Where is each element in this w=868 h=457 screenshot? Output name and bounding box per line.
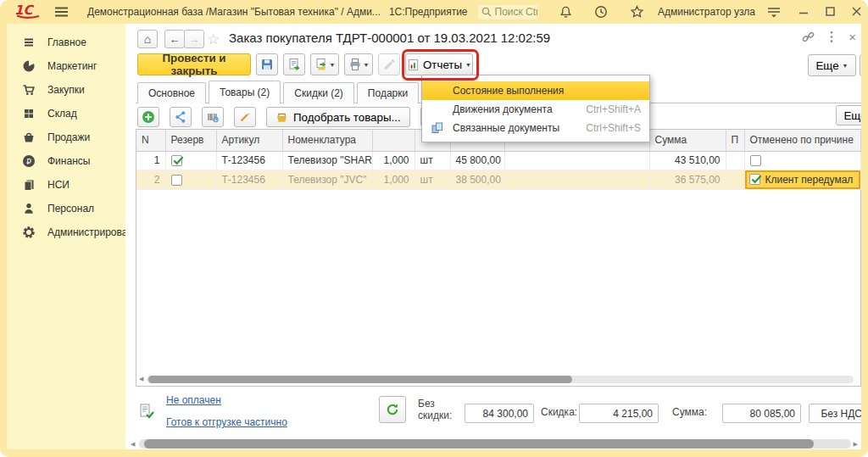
post-and-close-button[interactable]: Провести и закрыть (137, 53, 251, 75)
history-icon[interactable] (594, 5, 608, 19)
col-name[interactable]: Номенклатура (282, 130, 372, 151)
print-button[interactable]: ▼ (344, 53, 373, 75)
menu-item-document-movements[interactable]: Движения документа Ctrl+Shift+A (422, 100, 649, 119)
sidebar-item-purchases[interactable]: Закупки (7, 78, 125, 102)
cell-p[interactable] (726, 170, 744, 189)
sidebar-item-warehouse[interactable]: Склад (7, 102, 125, 125)
col-article[interactable]: Артикул (216, 130, 282, 151)
home-button[interactable]: ⌂ (137, 30, 158, 48)
cell-price[interactable]: 45 800,00 (450, 151, 504, 170)
discount-value[interactable]: 4 215,00 (579, 404, 659, 423)
cell-article[interactable]: Т-123456 (216, 151, 282, 170)
col-p[interactable]: П (726, 130, 744, 151)
minimize-button[interactable] (799, 7, 809, 17)
edit-button[interactable] (378, 53, 400, 75)
cancel-checkbox-unchecked[interactable] (750, 155, 761, 166)
forward-button[interactable]: → (184, 30, 204, 48)
global-search-input[interactable]: Поиск Ctrl+Shift+F (478, 5, 538, 20)
cell-cancel-reason[interactable] (744, 151, 860, 170)
sidebar-item-sales[interactable]: Продажи (7, 125, 125, 149)
magic-fill-button[interactable] (234, 107, 256, 127)
post-document-button[interactable] (283, 53, 305, 75)
hscroll-left-arrow-icon[interactable]: ◀ (139, 376, 143, 382)
gear-icon (22, 226, 36, 239)
cell-sum[interactable]: 43 510,00 (649, 151, 726, 170)
tab-main[interactable]: Основное (137, 82, 206, 103)
save-button[interactable] (256, 53, 278, 75)
reserve-checkbox-checked[interactable] (171, 155, 182, 166)
table-more-button[interactable]: Еще (836, 105, 861, 125)
more-dots-icon[interactable] (830, 31, 833, 43)
barcode-scan-button[interactable] (202, 107, 224, 127)
cell-cancel-reason-selected[interactable]: Клиент передумал (744, 170, 860, 189)
back-button[interactable]: ← (164, 30, 185, 48)
clipped-edge-button[interactable] (860, 54, 861, 76)
vat-value[interactable]: Без НДС (809, 404, 861, 423)
maximize-button[interactable] (826, 7, 835, 18)
table-horizontal-scrollbar[interactable] (147, 376, 854, 383)
cell-price[interactable]: 38 500,00 (450, 170, 504, 189)
sum-value[interactable]: 80 085,00 (722, 404, 801, 423)
cell-p[interactable] (726, 151, 744, 170)
payment-status-link[interactable]: Не оплачен (166, 394, 221, 406)
cell-sum[interactable]: 36 575,00 (649, 170, 726, 189)
favorites-star-icon[interactable] (630, 5, 644, 19)
scrollbar-thumb[interactable] (148, 376, 572, 383)
notifications-bell-icon[interactable] (559, 5, 572, 19)
menu-item-linked-documents[interactable]: Связанные документы Ctrl+Shift+S (422, 119, 649, 137)
sidebar-item-administration[interactable]: Администрирование (7, 220, 125, 244)
user-settings-icon[interactable] (767, 6, 781, 18)
main-menu-burger-icon[interactable] (54, 6, 69, 18)
get-link-icon[interactable] (802, 31, 815, 43)
shipping-status-link[interactable]: Готов к отгрузке частично (166, 416, 287, 428)
cancel-checkbox-checked[interactable] (749, 174, 760, 185)
col-cancel-reason[interactable]: Отменено по причине (744, 130, 860, 151)
current-user[interactable]: Администратор узла (658, 6, 755, 18)
col-qty[interactable] (372, 130, 415, 151)
form-horizontal-scrollbar[interactable] (139, 439, 851, 449)
col-reserve[interactable]: Резерв (165, 130, 216, 151)
cell-qty[interactable]: 1,000 (372, 151, 415, 170)
add-row-button[interactable] (137, 107, 159, 127)
col-sum[interactable]: Сумма (649, 130, 726, 151)
tab-goods[interactable]: Товары (2) (209, 81, 281, 103)
form-more-button[interactable]: Еще ▼ (808, 54, 856, 76)
cell-name[interactable]: Телевизор "JVC" (282, 170, 372, 189)
favorite-star-icon[interactable]: ☆ (207, 31, 220, 48)
sidebar-item-personnel[interactable]: Персонал (7, 197, 125, 220)
cell-reserve[interactable] (165, 170, 216, 189)
sidebar-item-marketing[interactable]: Маркетинг (7, 54, 125, 78)
cell-reserve[interactable] (165, 151, 216, 170)
cell-name[interactable]: Телевизор "SHARP" (282, 151, 372, 170)
document-title-row: ⌂ ← → ☆ Заказ покупателя ТДРТ-000001 от … (125, 28, 861, 52)
menu-item-execution-state[interactable]: Состояние выполнения (422, 81, 649, 100)
without-discount-value[interactable]: 84 300,00 (465, 404, 534, 423)
reports-button[interactable]: Отчеты ▼ (405, 53, 473, 75)
reserve-checkbox-unchecked[interactable] (171, 175, 182, 186)
cell-unit[interactable]: шт (415, 151, 450, 170)
tab-discounts[interactable]: Скидки (2) (283, 82, 354, 103)
fill-linked-button[interactable] (170, 107, 192, 127)
pick-goods-button[interactable]: Подобрать товары... (266, 107, 410, 127)
books-icon (22, 178, 36, 192)
add-plus-icon (142, 110, 155, 124)
col-n[interactable]: N (136, 130, 165, 151)
sidebar-item-finance[interactable]: ₽ Финансы (7, 149, 125, 173)
table-row[interactable]: 1 Т-123456 Телевизор "SHARP" 1,000 шт 45… (136, 151, 860, 170)
tab-gifts[interactable]: Подарки (357, 82, 419, 103)
refresh-totals-button[interactable] (379, 396, 406, 423)
window-controls (799, 7, 861, 18)
cell-qty[interactable]: 1,000 (372, 170, 415, 189)
sidebar-item-main[interactable]: Главное (7, 31, 125, 54)
cell-unit[interactable]: шт (415, 170, 450, 189)
scrollbar-thumb[interactable] (144, 439, 814, 449)
wscroll-right-arrow-icon[interactable]: ▶ (854, 441, 858, 448)
create-based-on-button[interactable]: ▼ (310, 53, 339, 75)
cell-article[interactable]: Т-123456 (216, 170, 282, 189)
table-row[interactable]: 2 Т-123456 Телевизор "JVC" 1,000 шт 38 5… (136, 170, 860, 189)
sidebar-item-nsi[interactable]: НСИ (7, 173, 125, 197)
close-window-button[interactable] (852, 7, 861, 18)
sum-label: Сумма: (672, 406, 707, 418)
close-form-icon[interactable]: × (849, 30, 856, 44)
wscroll-left-arrow-icon[interactable]: ◀ (131, 441, 135, 448)
